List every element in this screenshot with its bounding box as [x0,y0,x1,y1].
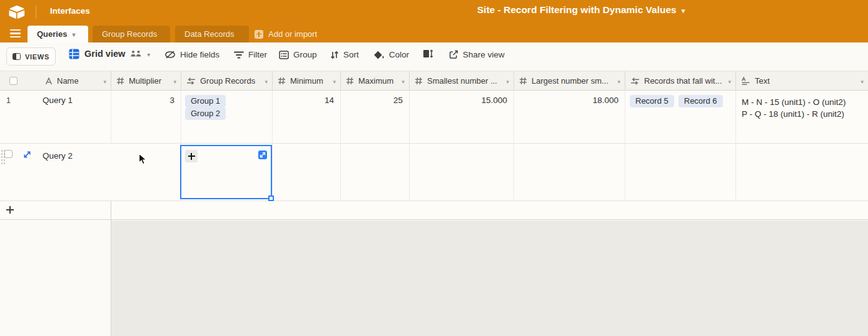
chevron-down-icon[interactable] [506,76,509,86]
add-linked-record-button[interactable] [185,150,198,162]
chevron-down-icon[interactable] [147,48,150,59]
linked-record-pill[interactable]: Group 1 [185,95,226,107]
cell-r1-multiplier[interactable]: 3 [111,91,181,143]
table-row: Query 2 [0,144,868,201]
column-label: Largest number sm... [532,76,608,86]
column-label: Name [57,76,79,86]
text-line: M - N - 15 (unit1) - O (unit2) [742,96,868,108]
filter-button[interactable]: Filter [234,50,267,59]
linked-record-field-icon [630,77,640,85]
hide-fields-label: Hide fields [180,50,220,59]
color-button[interactable]: Color [374,50,409,59]
cell-r2-smallest[interactable] [410,144,514,200]
menu-icon[interactable] [10,29,21,37]
column-header-name[interactable]: Name [41,71,111,91]
chevron-down-icon[interactable] [103,76,106,86]
chevron-down-icon[interactable] [333,76,336,86]
cell-r1-smallest[interactable]: 15.000 [410,91,514,143]
number-field-icon [278,77,286,85]
column-header-minimum[interactable]: Minimum [273,71,341,91]
hide-fields-button[interactable]: Hide fields [164,50,220,59]
row-number[interactable]: 1 [0,91,41,105]
airtable-logo-icon[interactable] [8,5,26,19]
column-label: Group Records [200,76,255,86]
column-header-text[interactable]: Text [736,71,868,91]
column-header-records-that-fall[interactable]: Records that fall wit... [625,71,736,91]
chevron-down-icon[interactable] [617,76,620,86]
tab-group-records[interactable]: Group Records [93,26,170,42]
plus-icon [6,204,16,215]
add-row-button[interactable] [0,201,868,220]
column-header-smallest-number[interactable]: Smallest number ... [410,71,514,91]
column-header-group-records[interactable]: Group Records [181,71,273,91]
column-label: Text [755,76,770,86]
chevron-down-icon [682,4,685,16]
filter-icon [234,51,244,59]
column-header-multiplier[interactable]: Multiplier [111,71,181,91]
number-field-icon [519,77,527,85]
tab-data-records[interactable]: Data Records [175,26,249,42]
share-icon [449,50,458,59]
collaborators-icon [130,49,142,58]
chevron-down-icon[interactable] [173,76,176,86]
chevron-down-icon[interactable] [72,29,75,39]
cell-r1-largest[interactable]: 18.000 [514,91,625,143]
airtable-grid-app: Interfaces Site - Record Filtering with … [0,0,868,336]
cell-r1-minimum[interactable]: 14 [273,91,341,143]
chevron-down-icon[interactable] [728,76,731,86]
number-field-icon [346,77,354,85]
number-field-icon [415,77,423,85]
selected-cell-editor[interactable] [180,145,272,199]
group-label: Group [293,50,317,59]
select-all-cell[interactable] [0,71,41,91]
text-field-icon [45,77,53,85]
grid-view-icon [69,49,79,59]
group-button[interactable]: Group [279,50,317,59]
chevron-down-icon[interactable] [860,76,864,86]
share-view-button[interactable]: Share view [449,50,505,59]
sidebar-icon [13,53,21,60]
add-or-import-button[interactable]: Add or import [255,26,317,42]
page-title[interactable]: Site - Record Filtering with Dynamic Val… [477,4,685,16]
topbar-divider [36,6,36,19]
tabbar: Queries Group Records Data Records Add o… [0,24,868,42]
cell-r1-group-records[interactable]: Group 1Group 2 [181,91,273,143]
cell-r1-text[interactable]: M - N - 15 (unit1) - O (unit2) P - Q - 1… [736,91,868,143]
cell-r2-multiplier[interactable] [111,144,181,200]
color-icon [374,51,385,59]
column-label: Minimum [290,76,323,86]
expand-cell-button[interactable] [258,151,267,159]
sort-icon [330,51,339,59]
interfaces-label[interactable]: Interfaces [50,6,90,16]
tab-queries[interactable]: Queries [28,26,88,42]
chevron-down-icon[interactable] [265,76,268,86]
cell-r2-largest[interactable] [514,144,625,200]
cell-r1-name[interactable]: Query 1 [41,91,111,143]
linked-record-pill[interactable]: Record 6 [679,95,723,107]
row-height-button[interactable] [423,49,433,58]
column-header-maximum[interactable]: Maximum [341,71,410,91]
chevron-down-icon[interactable] [401,76,405,86]
grid-view-switcher[interactable]: Grid view [69,48,150,59]
grid-background [0,220,868,336]
select-all-checkbox[interactable] [9,77,18,85]
cell-r2-minimum[interactable] [273,144,341,200]
row-height-icon [423,49,433,58]
cell-r2-name[interactable]: Query 2 [43,151,73,161]
table-row: 1 Query 1 3 Group 1Group 2 14 25 15.000 … [0,91,868,144]
linked-record-field-icon [186,77,196,85]
expand-record-icon[interactable] [23,151,31,159]
views-button[interactable]: VIEWS [6,47,56,66]
linked-record-pill[interactable]: Group 2 [185,107,226,120]
row-checkbox[interactable] [4,150,13,158]
cell-r2-text[interactable] [736,144,868,200]
sort-button[interactable]: Sort [330,50,359,59]
column-label: Smallest number ... [427,76,497,86]
fill-handle[interactable] [268,195,274,201]
cell-r1-maximum[interactable]: 25 [341,91,410,143]
column-header-largest-number[interactable]: Largest number sm... [514,71,625,91]
linked-record-pill[interactable]: Record 5 [630,95,674,107]
cell-r1-records-within[interactable]: Record 5Record 6 [625,91,736,143]
cell-r2-records-within[interactable] [625,144,736,200]
cell-r2-maximum[interactable] [341,144,410,200]
